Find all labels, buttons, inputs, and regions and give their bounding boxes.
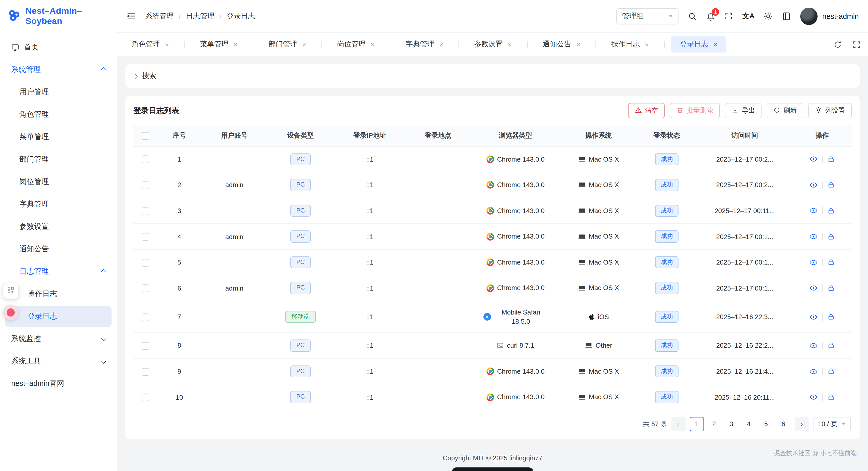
app-logo[interactable]: Nest–Admin–Soybean [0, 0, 117, 33]
close-icon[interactable]: × [577, 41, 580, 48]
row-checkbox[interactable] [142, 207, 149, 215]
sidebar-item-official-site[interactable]: nest–admin官网 [5, 373, 112, 394]
refresh-button[interactable]: 刷新 [767, 103, 803, 118]
lock-icon[interactable] [827, 313, 835, 321]
sidebar-item-post-management[interactable]: 岗位管理 [5, 171, 112, 192]
sidebar-item-notice[interactable]: 通知公告 [5, 239, 112, 260]
tab-notice[interactable]: 通知公告× [534, 36, 589, 53]
row-checkbox[interactable] [142, 233, 149, 241]
page-button-4[interactable]: 4 [741, 417, 756, 431]
widget-grid-button[interactable] [3, 284, 18, 299]
sidebar-item-param-settings[interactable]: 参数设置 [5, 216, 112, 237]
tab-menu-management[interactable]: 菜单管理× [191, 36, 247, 53]
view-detail-icon[interactable] [809, 342, 817, 350]
tab-login-log[interactable]: 登录日志× [671, 36, 726, 53]
row-checkbox[interactable] [142, 368, 149, 376]
tab-dict-management[interactable]: 字典管理× [397, 36, 452, 53]
close-icon[interactable]: × [371, 41, 375, 48]
close-icon[interactable]: × [645, 41, 649, 48]
breadcrumb-item[interactable]: 日志管理 [186, 11, 214, 21]
view-detail-icon[interactable] [809, 367, 817, 376]
lock-icon[interactable] [827, 233, 835, 240]
theme-skin-icon[interactable] [782, 11, 791, 21]
view-detail-icon[interactable] [809, 284, 817, 292]
page-button-6[interactable]: 6 [776, 417, 790, 431]
sidebar-item-login-log[interactable]: 登录日志 [5, 306, 112, 327]
select-all-checkbox[interactable] [142, 132, 149, 140]
theme-light-icon[interactable] [764, 11, 773, 21]
export-button[interactable]: 导出 [725, 103, 762, 118]
lock-icon[interactable] [827, 393, 835, 401]
tab-dept-management[interactable]: 部门管理× [259, 36, 315, 53]
sidebar-item-log-management[interactable]: 日志管理 [5, 261, 112, 282]
view-detail-icon[interactable] [809, 258, 817, 266]
lock-icon[interactable] [827, 181, 835, 189]
close-icon[interactable]: × [439, 41, 443, 48]
sidebar-item-operation-log[interactable]: 操作日志 [5, 284, 112, 304]
row-checkbox[interactable] [142, 313, 149, 321]
lock-icon[interactable] [827, 207, 835, 215]
view-detail-icon[interactable] [809, 155, 817, 164]
page-button-3[interactable]: 3 [724, 417, 738, 431]
batch-delete-button[interactable]: 批量删除 [670, 103, 720, 118]
row-checkbox[interactable] [142, 342, 149, 350]
prev-page-button[interactable]: ‹ [671, 417, 685, 431]
sidebar-item-dict-management[interactable]: 字典管理 [5, 194, 112, 215]
close-icon[interactable]: × [508, 41, 512, 48]
lock-icon[interactable] [827, 367, 835, 375]
tab-param-settings[interactable]: 参数设置× [465, 36, 521, 53]
language-icon[interactable]: 文A [742, 11, 754, 21]
close-icon[interactable]: × [714, 41, 717, 48]
lock-icon[interactable] [827, 285, 835, 292]
content-fullscreen-icon[interactable] [852, 40, 861, 49]
lock-icon[interactable] [827, 155, 835, 163]
view-detail-icon[interactable] [809, 313, 817, 321]
user-menu[interactable]: nest-admin [801, 7, 859, 25]
page-button-1[interactable]: 1 [689, 417, 704, 431]
tab-role-management[interactable]: 角色管理× [122, 36, 178, 53]
clear-button[interactable]: 清空 [628, 103, 665, 118]
search-icon[interactable] [688, 11, 697, 21]
sidebar-item-role-management[interactable]: 角色管理 [5, 104, 112, 125]
column-settings-button[interactable]: 列设置 [808, 103, 852, 118]
lock-icon[interactable] [827, 342, 835, 349]
row-checkbox[interactable] [142, 259, 149, 266]
sidebar-item-dept-management[interactable]: 部门管理 [5, 149, 112, 170]
notifications-icon[interactable]: 1 [706, 11, 715, 21]
row-checkbox[interactable] [142, 285, 149, 292]
breadcrumb-item[interactable]: 登录日志 [227, 11, 255, 21]
view-detail-icon[interactable] [809, 393, 817, 401]
fullscreen-icon[interactable] [724, 12, 733, 20]
row-actions [795, 284, 850, 292]
row-checkbox[interactable] [142, 156, 149, 164]
page-button-5[interactable]: 5 [759, 417, 773, 431]
sidebar-item-system-management[interactable]: 系统管理 [5, 59, 112, 80]
page-size-select[interactable]: 10 / 页 [813, 417, 851, 431]
next-page-button[interactable]: › [795, 417, 809, 431]
tab-post-management[interactable]: 岗位管理× [328, 36, 384, 53]
sidebar-item-menu-management[interactable]: 菜单管理 [5, 126, 112, 147]
view-detail-icon[interactable] [809, 232, 817, 241]
cell-browser: Chrome 143.0.0 [473, 180, 558, 189]
row-checkbox[interactable] [142, 393, 149, 401]
row-checkbox[interactable] [142, 181, 149, 189]
tab-operation-log[interactable]: 操作日志× [602, 36, 658, 53]
sidebar-item-system-tools[interactable]: 系统工具 [5, 351, 112, 372]
group-select[interactable]: 管理组 [616, 8, 679, 24]
mascot-float-button[interactable] [3, 305, 18, 320]
refresh-page-icon[interactable] [833, 40, 842, 49]
view-detail-icon[interactable] [809, 207, 817, 215]
page-button-2[interactable]: 2 [707, 417, 721, 431]
close-icon[interactable]: × [302, 41, 306, 48]
close-icon[interactable]: × [234, 41, 237, 48]
breadcrumb-item[interactable]: 系统管理 [145, 11, 174, 21]
search-panel[interactable]: 搜索 [125, 64, 860, 88]
view-detail-icon[interactable] [809, 181, 817, 189]
sidebar-item-system-monitor[interactable]: 系统监控 [5, 328, 112, 349]
lock-icon[interactable] [827, 259, 835, 266]
sidebar-item-home[interactable]: 首页 [5, 37, 112, 58]
sidebar-item-user-management[interactable]: 用户管理 [5, 82, 112, 102]
tab-actions [833, 40, 861, 49]
collapse-sidebar-icon[interactable] [126, 11, 136, 21]
close-icon[interactable]: × [165, 41, 169, 48]
